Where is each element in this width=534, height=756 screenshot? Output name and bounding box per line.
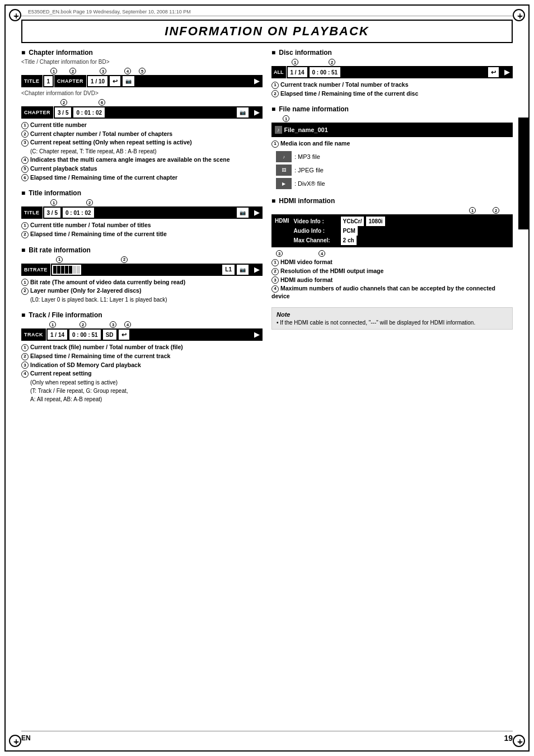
- circle-3: 3: [100, 68, 106, 74]
- file-name-text: File_name_001: [284, 126, 328, 133]
- camera-dvd-icon: 📷: [237, 107, 249, 118]
- all-label: ALL: [271, 66, 287, 78]
- play-track-icon: ▶: [251, 330, 263, 340]
- seg2: [57, 266, 60, 274]
- chapter-label: CHAPTER: [54, 75, 87, 87]
- track-time: 0 : 00 : 51: [69, 330, 101, 340]
- title-bar-circles: 1 2: [21, 199, 263, 206]
- play-title-icon: ▶: [251, 208, 263, 218]
- disc-time: 0 : 00 : 51: [310, 67, 341, 77]
- title-bar: TITLE 3 / 5 0 : 01 : 02 📷 ▶: [21, 206, 263, 219]
- desc-item: 3Indication of SD Memory Card playback: [21, 361, 263, 369]
- bitrate-meter: [52, 265, 81, 275]
- title-bar-time: 0 : 01 : 02: [63, 208, 94, 218]
- page-title: INFORMATION ON PLAYBACK: [165, 24, 369, 38]
- crosshair-br: +: [514, 736, 526, 748]
- filename-bar-circles: 1: [271, 115, 513, 122]
- mp3-label: : MP3 file: [294, 153, 320, 160]
- seg7: [77, 266, 80, 274]
- seg6: [73, 266, 76, 274]
- left-column: Chapter information <Title / Chapter inf…: [21, 49, 263, 411]
- media-jpeg: 🖼 : JPEG file: [276, 165, 513, 176]
- circle-1: 1: [50, 68, 57, 74]
- header-text: E5350ED_EN.book Page 19 Wednesday, Septe…: [28, 9, 191, 15]
- desc-item: 4Current repeat setting: [21, 370, 263, 378]
- desc-item: 3Current repeat setting (Only when repea…: [21, 139, 263, 147]
- hdmi-audio-label: Audio Info :: [294, 227, 339, 235]
- title-bar-number: 3 / 5: [44, 208, 60, 218]
- chapter-dvd-subtitle: <Chapter information for DVD>: [21, 90, 263, 96]
- black-right-decoration: [518, 118, 528, 229]
- play-dvd-icon: ▶: [251, 107, 263, 118]
- track-file-section: Track / File information 1 2 3: [21, 311, 263, 403]
- title-desc-list: 1Current title number / Total number of …: [21, 222, 263, 238]
- desc-item: 4Indicates that the multi camera angle i…: [21, 156, 263, 164]
- file-bar: ♪ File_name_001: [271, 123, 513, 137]
- chapter-info-section: Chapter information <Title / Chapter inf…: [21, 49, 263, 181]
- camera-title-icon: 📷: [237, 208, 249, 218]
- seg3: [61, 266, 64, 274]
- bitrate-info-section: Bit rate information 1 2 BITRATE: [21, 246, 263, 303]
- desc-item: 1Current track number / Total number of …: [271, 81, 513, 89]
- desc-item-sub: (Only when repeat setting is active): [30, 379, 263, 386]
- desc-item-sub: (C: Chapter repeat, T: Title repeat, AB …: [30, 148, 263, 155]
- circle-4-track: 4: [124, 321, 131, 328]
- hdmi-prefix: HDMI: [275, 217, 289, 226]
- chapter-bd-subtitle: <Title / Chapter information for BD>: [21, 59, 263, 65]
- desc-item: 2Elapsed time / Remaining time of the cu…: [271, 90, 513, 98]
- hdmi-row-audio: Audio Info : PCM: [294, 226, 385, 236]
- camera-icon: 📷: [123, 76, 134, 86]
- hdmi-channel-val: 2 ch: [341, 236, 357, 245]
- circle-4-hdmi: 4: [318, 250, 325, 257]
- desc-item-sub: (T: Track / File repeat, G: Group repeat…: [30, 387, 263, 395]
- right-column: Disc information 1 2 ALL 1 / 14 0: [271, 49, 513, 411]
- desc-item: 1Current track (file) number / Total num…: [21, 344, 263, 351]
- circle-6-dvd: 6: [99, 99, 105, 106]
- disc-number: 1 / 14: [288, 67, 307, 77]
- hdmi-channel-label: Max Channel:: [294, 236, 339, 245]
- corner-tr: +: [513, 9, 525, 21]
- track-desc-list: 1Current track (file) number / Total num…: [21, 344, 263, 403]
- hdmi-info-rows: Video Info : YCbCr/ 1080i Audio Info : P…: [294, 217, 385, 245]
- circle-2-dvd: 2: [60, 99, 67, 106]
- circle-4: 4: [124, 68, 131, 74]
- media-types: ♪ : MP3 file 🖼 : JPEG file ▶ : DivX® fil…: [276, 151, 513, 189]
- desc-item: 2Elapsed time / Remaining time of the cu…: [21, 231, 263, 238]
- track-bar-circles: 1 2 3 4: [21, 321, 263, 328]
- hdmi-desc-list: 1HDMI video format 2Resolution of the HD…: [271, 259, 513, 300]
- crosshair-tr: +: [514, 10, 526, 22]
- chapter-dvd-bar: CHAPTER 3 / 5 0 : 01 : 02 📷 ▶: [21, 106, 263, 119]
- circle-3-track: 3: [110, 321, 116, 328]
- content-area: Chapter information <Title / Chapter inf…: [21, 49, 513, 411]
- circle-1-title: 1: [50, 199, 57, 206]
- desc-item: 1HDMI video format: [271, 259, 513, 266]
- title-number: 1: [44, 76, 53, 86]
- page-title-area: INFORMATION ON PLAYBACK: [21, 20, 513, 43]
- circle-3-hdmi: 3: [276, 250, 283, 257]
- hdmi-info-title: HDMI information: [271, 197, 513, 205]
- desc-item: 5Current playback status: [21, 165, 263, 173]
- note-box: Note • If the HDMI cable is not connecte…: [271, 307, 513, 330]
- note-text: • If the HDMI cable is not connected, "-…: [277, 320, 508, 326]
- crosshair-tl: +: [10, 10, 22, 22]
- hdmi-video-val1: YCbCr/: [341, 217, 364, 226]
- disc-repeat-icon: ↩: [488, 67, 499, 77]
- circle-1-track: 1: [49, 321, 56, 328]
- file-media-icon: ♪: [275, 126, 282, 134]
- track-sd: SD: [103, 330, 116, 340]
- title-label: TITLE: [21, 75, 43, 87]
- play-bitrate-icon: ▶: [251, 265, 263, 275]
- header-line: E5350ED_EN.book Page 19 Wednesday, Septe…: [21, 8, 513, 16]
- track-number: 1 / 14: [48, 330, 67, 340]
- bitrate-label: BITRATE: [21, 264, 51, 276]
- hdmi-bar-circles-bottom: 3 4: [271, 250, 513, 257]
- circle-1-bitrate: 1: [56, 256, 63, 263]
- desc-item: 3HDMI audio format: [271, 276, 513, 284]
- dvd-bar-circles: 2 6: [21, 99, 263, 106]
- circle-2-disc: 2: [329, 59, 335, 65]
- play-icon: ▶: [251, 76, 263, 86]
- crosshair-bl: +: [10, 736, 22, 748]
- hdmi-row-video: Video Info : YCbCr/ 1080i: [294, 217, 385, 226]
- bitrate-bar-circles: 1 2: [21, 256, 263, 263]
- page-border: + + + + E5350ED_EN.book Page 19 Wednesda…: [4, 4, 530, 752]
